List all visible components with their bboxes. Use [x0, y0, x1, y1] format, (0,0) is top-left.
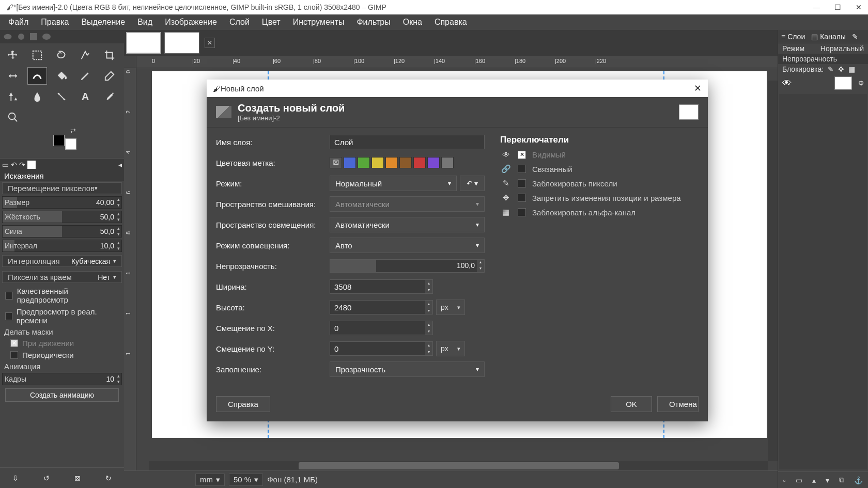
visibility-icon[interactable]: 👁: [782, 78, 792, 89]
mask-on-move-check[interactable]: ✕При движении: [0, 337, 124, 349]
menu-help[interactable]: Справка: [428, 15, 473, 29]
menu-icon[interactable]: ◂: [118, 161, 122, 169]
color-tag-5[interactable]: [399, 157, 412, 168]
offset-unit-select[interactable]: px▾: [436, 341, 465, 356]
horizontal-scrollbar[interactable]: [149, 461, 768, 470]
document-tab-1[interactable]: [126, 32, 161, 54]
color-tag-0[interactable]: ⊠: [330, 157, 342, 168]
zoom-tool[interactable]: [3, 108, 23, 126]
zoom-select[interactable]: 50 %▾: [229, 474, 263, 486]
opacity-slider[interactable]: 100,0▴▾: [330, 259, 485, 273]
color-tag-4[interactable]: [385, 157, 398, 168]
free-select-tool[interactable]: [52, 46, 71, 64]
menu-filters[interactable]: Фильтры: [350, 15, 396, 29]
swap-colors-icon[interactable]: ⇄: [70, 127, 76, 135]
vertical-ruler[interactable]: 02468111: [124, 68, 136, 470]
eraser-tool[interactable]: [100, 67, 119, 85]
interpolation-select[interactable]: ИнтерполяцияКубическая▾: [2, 255, 122, 267]
lock-brush-icon[interactable]: ✎: [828, 65, 834, 73]
lock-pixels-switch[interactable]: ✎Заблокировать пиксели: [500, 179, 699, 188]
layer-name-input[interactable]: Слой: [330, 135, 485, 149]
save-preset-icon[interactable]: ⇩: [12, 474, 19, 482]
vertical-scrollbar[interactable]: [768, 81, 778, 461]
layer-thumbnail[interactable]: [834, 76, 852, 90]
fill-select[interactable]: Прозрачность▾: [330, 361, 485, 377]
dialog-titlebar[interactable]: 🖌 Новый слой ✕: [207, 80, 708, 97]
quality-preview-check[interactable]: Качественный предпросмотр: [0, 285, 124, 306]
brush-preview[interactable]: [27, 161, 36, 169]
blend-space-select[interactable]: Автоматически▾: [330, 196, 485, 212]
horizontal-ruler[interactable]: 0|20|40|60|80|100|120|140|160|180|200|22…: [136, 56, 778, 68]
width-input[interactable]: 3508▴▾: [330, 279, 433, 294]
redo-icon[interactable]: ↷: [19, 161, 25, 169]
size-slider[interactable]: Размер40,00▴▾: [2, 196, 122, 209]
color-tag-8[interactable]: [441, 157, 454, 168]
color-tag-1[interactable]: [344, 157, 356, 168]
color-picker-tool[interactable]: [100, 88, 119, 105]
hardness-slider[interactable]: Жёсткость50,0▴▾: [2, 211, 122, 223]
text-tool[interactable]: A: [75, 88, 95, 105]
layer-name[interactable]: Ф: [858, 79, 864, 87]
mode-select[interactable]: Нормальный▾: [330, 176, 457, 191]
paths-tab[interactable]: ✎: [849, 32, 861, 42]
smudge-tool[interactable]: [27, 88, 47, 105]
color-tag-7[interactable]: [427, 157, 440, 168]
menu-tools[interactable]: Инструменты: [287, 15, 351, 29]
move-mode-select[interactable]: Перемещение пикселов▾: [2, 182, 122, 194]
layer-opacity-row[interactable]: Непрозрачность: [778, 54, 868, 64]
composite-space-select[interactable]: Автоматически▾: [330, 217, 485, 232]
size-unit-select[interactable]: px▾: [436, 300, 465, 315]
lock-position-switch[interactable]: ✥Запретить изменения позиции и размера: [500, 193, 699, 202]
interval-slider[interactable]: Интервал10,0▴▾: [2, 240, 122, 252]
lock-alpha-icon[interactable]: ▦: [848, 65, 855, 73]
clone-tool[interactable]: [3, 88, 23, 105]
color-tag-6[interactable]: [413, 157, 426, 168]
color-tag-2[interactable]: [358, 157, 370, 168]
lock-alpha-switch[interactable]: ▦Заблокировать альфа-канал: [500, 208, 699, 217]
preset-icon[interactable]: ▭: [2, 161, 9, 169]
foreground-color[interactable]: [53, 135, 65, 146]
reset-icon[interactable]: ↺: [43, 474, 50, 482]
transform-tool[interactable]: [3, 67, 23, 85]
layer-row[interactable]: 👁 Ф: [778, 74, 868, 92]
help-button[interactable]: Справка: [216, 396, 270, 412]
pencil-tool[interactable]: [75, 67, 95, 85]
linked-switch[interactable]: 🔗Связанный: [500, 164, 699, 174]
duplicate-layer-icon[interactable]: ⧉: [839, 476, 844, 484]
undo-icon[interactable]: ↶: [11, 161, 17, 169]
make-animation-button[interactable]: Создать анимацию: [5, 388, 119, 402]
mode-reset-button[interactable]: ↶ ▾: [460, 176, 485, 191]
warp-tool[interactable]: [27, 67, 47, 85]
menu-windows[interactable]: Окна: [397, 15, 428, 29]
close-tab-button[interactable]: ✕: [205, 38, 215, 48]
dialog-close-button[interactable]: ✕: [694, 83, 702, 94]
mask-periodic-check[interactable]: Периодически: [0, 349, 124, 361]
visible-switch[interactable]: 👁✕Видимый: [500, 150, 699, 159]
frames-field[interactable]: Кадры10▴▾: [2, 373, 122, 385]
offset-y-input[interactable]: 0▴▾: [330, 341, 433, 356]
menu-edit[interactable]: Правка: [35, 15, 75, 29]
layers-tab[interactable]: ≡ Слои: [778, 32, 808, 42]
menu-color[interactable]: Цвет: [256, 15, 287, 29]
cancel-button[interactable]: Отмена: [657, 396, 699, 412]
menu-view[interactable]: Вид: [131, 15, 159, 29]
rect-select-tool[interactable]: [27, 46, 47, 64]
raise-layer-icon[interactable]: ▴: [812, 476, 816, 484]
maximize-button[interactable]: ☐: [834, 3, 841, 11]
color-tag-3[interactable]: [371, 157, 384, 168]
channels-tab[interactable]: ▦ Каналы: [808, 32, 849, 42]
height-input[interactable]: 2480▴▾: [330, 300, 433, 314]
menu-image[interactable]: Изображение: [159, 15, 223, 29]
bucket-tool[interactable]: [52, 67, 71, 85]
ok-button[interactable]: OK: [611, 396, 652, 412]
new-layer-icon[interactable]: ▫: [783, 476, 786, 484]
new-group-icon[interactable]: ▭: [796, 476, 802, 484]
realtime-preview-check[interactable]: Предпросмотр в реал. времени: [0, 306, 124, 326]
color-swatches[interactable]: ⇄: [0, 129, 124, 158]
menu-file[interactable]: Файл: [2, 15, 35, 29]
offset-x-input[interactable]: 0▴▾: [330, 321, 433, 335]
fuzzy-select-tool[interactable]: [75, 46, 95, 64]
force-slider[interactable]: Сила50,0▴▾: [2, 225, 122, 238]
crop-tool[interactable]: [100, 46, 119, 64]
document-tab-2[interactable]: [164, 32, 199, 54]
